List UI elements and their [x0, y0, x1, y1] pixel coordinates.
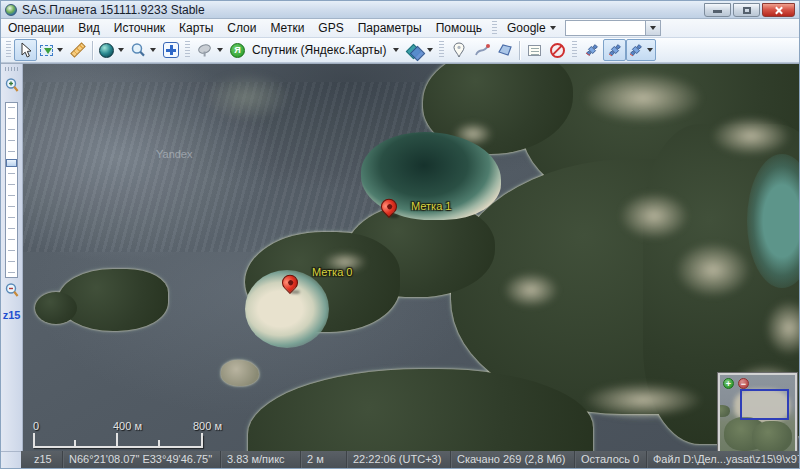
add-path-button[interactable]	[470, 39, 493, 61]
layers-icon	[406, 43, 423, 58]
panel-grip[interactable]	[5, 67, 19, 71]
placemark-manager-icon	[528, 45, 541, 56]
toolbar: Я Спутник (Яндекс.Карты)	[1, 38, 799, 63]
pan-cross-icon	[163, 42, 179, 58]
menu-settings[interactable]: Параметры	[351, 19, 429, 38]
status-time: 22:22:06 (UTC+3)	[347, 451, 451, 468]
chevron-down-icon	[647, 48, 653, 52]
gps-track-button[interactable]	[603, 39, 626, 61]
menu-view[interactable]: Вид	[71, 19, 107, 38]
chevron-down-icon	[118, 48, 124, 52]
placemark-icon	[453, 42, 465, 58]
placemark-label-1[interactable]: Метка 1	[411, 200, 451, 212]
gps-icon	[585, 43, 599, 57]
path-icon	[474, 43, 490, 57]
app-window: SAS.Планета 151111.9233 Stable Операции …	[0, 0, 800, 469]
app-icon	[5, 4, 17, 16]
zoom-slider[interactable]	[5, 102, 18, 278]
close-button[interactable]	[762, 3, 795, 17]
islands	[23, 64, 799, 453]
gps-options-button[interactable]	[626, 39, 656, 61]
status-resolution: 3.83 м/пикс	[221, 451, 301, 468]
layers-button[interactable]	[403, 39, 436, 61]
minimap-viewport-rect[interactable]	[740, 389, 789, 420]
minimize-button[interactable]	[704, 3, 731, 17]
download-dish-icon	[196, 43, 213, 58]
toolbar-separator	[519, 41, 520, 60]
status-downloaded: Скачано 269 (2,8 Мб)	[451, 451, 575, 468]
scale-label-800: 800 м	[193, 420, 222, 432]
google-search-combobox[interactable]	[565, 20, 661, 36]
add-polygon-button[interactable]	[493, 39, 516, 61]
yandex-watermark: Yandex	[156, 148, 193, 160]
add-placemark-button[interactable]	[447, 39, 470, 61]
toolbar-grip[interactable]	[185, 41, 190, 59]
restore-button[interactable]	[733, 3, 760, 17]
toolbar-separator	[92, 41, 93, 60]
google-search-dropdown[interactable]	[645, 21, 660, 35]
scale-bar: 0 400 м 800 м	[33, 420, 233, 448]
scale-label-400: 400 м	[113, 420, 142, 432]
status-zoom: z15	[21, 451, 63, 468]
main-area: z15	[1, 63, 799, 453]
disable-download-icon	[550, 43, 565, 58]
scale-bar-ruler	[33, 435, 203, 448]
minimap[interactable]: + −	[718, 373, 797, 453]
download-manager-button[interactable]	[193, 39, 226, 61]
menu-maps[interactable]: Карты	[172, 19, 220, 38]
chevron-down-icon	[150, 48, 156, 52]
globe-view-button[interactable]	[96, 39, 127, 61]
toolbar-grip[interactable]	[492, 21, 497, 36]
pan-fullscreen-button[interactable]	[159, 39, 182, 61]
toolbar-grip[interactable]	[439, 41, 444, 59]
gps-options-icon	[629, 43, 643, 57]
zoom-out-icon	[4, 282, 20, 299]
restore-icon	[743, 7, 751, 14]
status-coordinates: N66°21'08.07" E33°49'46.75"	[63, 451, 221, 468]
placemark-label-0[interactable]: Метка 0	[312, 266, 352, 278]
menu-help[interactable]: Помощь	[429, 19, 489, 38]
placemark-manager-button[interactable]	[523, 39, 546, 61]
chevron-down-icon	[217, 48, 223, 52]
zoom-in-icon	[4, 77, 20, 94]
window-title: SAS.Планета 151111.9233 Stable	[22, 1, 205, 19]
map-viewport[interactable]: Yandex Метка 1 Метка 0 0 400 м 800 м	[23, 64, 799, 453]
zoom-slider-handle[interactable]	[6, 159, 17, 167]
disable-download-button[interactable]	[546, 39, 569, 61]
map-source-button[interactable]: Я	[226, 39, 249, 61]
selection-rect-icon	[40, 45, 53, 56]
chevron-down-icon	[427, 48, 433, 52]
minimap-zoom-out-button[interactable]: −	[738, 378, 749, 389]
yandex-source-icon: Я	[230, 43, 245, 58]
chevron-down-icon	[57, 48, 63, 52]
globe-icon	[99, 43, 114, 58]
google-search-input[interactable]	[566, 21, 645, 35]
menu-bar: Операции Вид Источник Карты Слои Метки G…	[1, 19, 799, 38]
status-corner	[1, 451, 21, 468]
status-map-scale: 2 м	[301, 451, 347, 468]
ruler-button[interactable]	[66, 39, 89, 61]
toolbar-grip[interactable]	[572, 41, 577, 59]
toolbar-grip[interactable]	[6, 41, 11, 59]
selection-tool-button[interactable]	[37, 39, 66, 61]
gps-connect-button[interactable]	[580, 39, 603, 61]
polygon-icon	[497, 43, 513, 57]
cursor-icon	[19, 42, 33, 58]
zoom-panel: z15	[1, 64, 23, 453]
title-bar: SAS.Планета 151111.9233 Stable	[1, 1, 799, 19]
menu-gps[interactable]: GPS	[311, 19, 350, 38]
chevron-down-icon	[650, 26, 656, 30]
menu-placemarks[interactable]: Метки	[263, 19, 311, 38]
google-menu[interactable]: Google	[500, 19, 563, 38]
menu-source[interactable]: Источник	[107, 19, 172, 38]
menu-layers[interactable]: Слои	[220, 19, 263, 38]
zoom-in-button[interactable]	[4, 77, 20, 98]
minimap-zoom-in-button[interactable]: +	[723, 378, 734, 389]
cursor-tool-button[interactable]	[14, 39, 37, 61]
zoom-tool-button[interactable]	[127, 39, 159, 61]
ruler-icon	[70, 42, 86, 58]
status-remaining: Осталось 0	[575, 451, 647, 468]
zoom-out-button[interactable]	[4, 282, 20, 303]
map-source-label[interactable]: Спутник (Яндекс.Карты)	[249, 43, 389, 57]
menu-operations[interactable]: Операции	[1, 19, 71, 38]
